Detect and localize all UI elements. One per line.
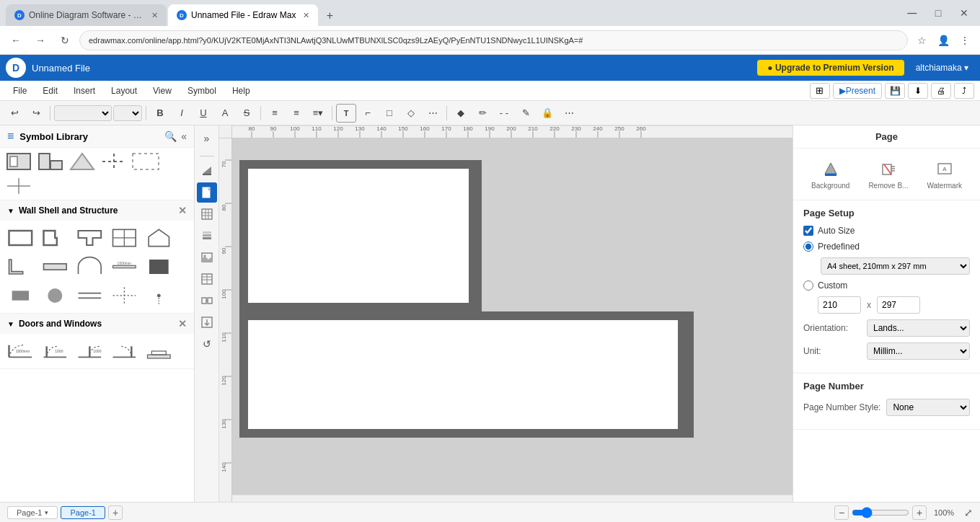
format-icon[interactable]: ⊞ [810,83,830,99]
dash-button[interactable]: - - [494,104,514,123]
align-left-button[interactable]: ≡ [265,104,285,123]
new-tab-button[interactable]: + [319,6,340,26]
zoom-minus-button[interactable]: − [834,505,849,520]
preview-item[interactable] [4,175,33,197]
symbol-door1[interactable]: 1000mm [4,338,36,364]
add-page-button[interactable]: + [108,505,123,520]
forward-button[interactable]: → [30,30,50,50]
panel-remove-bg-btn[interactable]: Remove B... [862,156,914,193]
unit-select[interactable]: Millim... [867,342,970,360]
side-btn-expand[interactable]: » [197,128,217,149]
preview-item[interactable] [68,151,97,172]
side-btn-image[interactable] [197,247,217,267]
fill-button[interactable]: ◆ [451,104,471,123]
side-btn-page[interactable] [197,182,217,203]
shape-tool-2[interactable]: □ [379,104,399,123]
zoom-slider[interactable] [852,507,909,518]
menu-view[interactable]: View [146,83,179,99]
symbol-house[interactable] [143,225,175,251]
side-btn-layers[interactable] [197,226,217,246]
close-button[interactable]: ✕ [954,3,974,23]
horizontal-scrollbar[interactable] [232,495,793,502]
symbol-rect-dark[interactable] [143,254,175,280]
symbol-t-shape[interactable] [74,225,105,251]
menu-file[interactable]: File [6,83,34,99]
tab-close-1[interactable]: ✕ [151,11,158,20]
browser-tab-1[interactable]: D Online Diagram Software - Edra... ✕ [6,4,167,26]
download-icon[interactable]: ⬇ [908,83,928,99]
side-btn-table[interactable] [197,269,217,289]
font-color-button[interactable]: A [215,104,235,123]
browser-menu-icon[interactable]: ⋮ [955,31,974,50]
symbol-grid[interactable] [108,225,140,251]
symbol-rect-med[interactable] [4,283,36,309]
back-button[interactable]: ← [6,30,26,50]
upgrade-button[interactable]: ● Upgrade to Premium Version [757,60,904,76]
present-button[interactable]: ▶Present [833,83,882,99]
browser-tab-2[interactable]: D Unnamed File - Edraw Max ✕ [168,4,318,26]
panel-watermark-btn[interactable]: A Watermark [921,156,968,193]
undo-button[interactable]: ↩ [4,104,25,123]
shape-tool-1[interactable]: ⌐ [358,104,378,123]
profile-icon[interactable]: 👤 [934,31,953,50]
doors-windows-header[interactable]: ▼ Doors and Windows ✕ [0,314,194,334]
line-button[interactable]: ✏ [472,104,493,123]
symbol-arch[interactable] [74,254,105,280]
edit-button[interactable]: ✎ [516,104,536,123]
side-btn-history[interactable]: ↺ [197,334,217,354]
canvas-content[interactable] [232,138,793,502]
symbol-cross[interactable] [108,283,140,309]
section-close-icon[interactable]: ✕ [178,205,187,216]
symbol-door3[interactable]: 1000 [74,338,105,364]
font-family-select[interactable] [54,105,112,121]
symbol-corner-wall[interactable] [4,254,36,280]
save-icon[interactable]: 💾 [885,83,905,99]
symbol-circle[interactable] [39,283,71,309]
more-align-button[interactable]: ≡▾ [308,104,328,123]
auto-size-checkbox[interactable] [803,226,813,236]
print-icon[interactable]: 🖨 [931,83,951,99]
maximize-button[interactable]: □ [928,3,948,23]
lock-button[interactable]: 🔒 [537,104,557,123]
diagram-room-topleft[interactable] [239,160,477,311]
side-btn-grid[interactable] [197,204,217,224]
preview-item[interactable] [4,151,33,172]
symbol-door2[interactable]: 1000 [39,338,71,364]
page-tab-1[interactable]: Page-1 [61,506,105,519]
collapse-icon[interactable]: « [181,130,187,142]
page-number-style-select[interactable]: None [886,399,970,416]
share-icon[interactable]: ⤴ [954,83,974,99]
underline-button[interactable]: U [193,104,213,123]
menu-help[interactable]: Help [225,83,257,99]
width-input[interactable] [818,296,861,314]
symbol-window1[interactable] [143,338,175,364]
height-input[interactable] [877,296,920,314]
bookmark-icon[interactable]: ☆ [912,31,931,50]
font-size-select[interactable] [113,105,142,121]
symbol-door4[interactable] [108,338,140,364]
preview-item[interactable] [131,151,160,172]
bold-button[interactable]: B [150,104,170,123]
more-button[interactable]: ⋯ [559,104,579,123]
strikethrough-button[interactable]: S [237,104,257,123]
symbol-wall-long[interactable]: 1000mm [108,254,140,280]
address-bar[interactable]: edrawmax.com/online/app.html?y0/KUjV2KTE… [79,30,908,50]
symbol-wall-dbl[interactable] [74,283,105,309]
side-btn-export[interactable] [197,312,217,332]
align-center-button[interactable]: ≡ [286,104,306,123]
wall-shell-header[interactable]: ▼ Wall Shell and Structure ✕ [0,200,194,221]
text-box-button[interactable]: T [336,104,356,123]
sheet-select[interactable]: A4 sheet, 210mm x 297 mm [821,257,970,275]
panel-background-btn[interactable]: Background [805,156,855,193]
side-btn-merge[interactable] [197,291,217,311]
orientation-select[interactable]: Lands... [867,319,970,337]
fullscreen-button[interactable]: ⤢ [964,507,973,518]
preview-item[interactable] [100,151,128,172]
symbol-rect[interactable] [4,225,36,251]
custom-radio[interactable] [803,280,813,291]
diagram-room-bottom[interactable] [239,311,687,438]
menu-edit[interactable]: Edit [35,83,65,99]
tab-close-2[interactable]: ✕ [303,11,309,20]
page-tab-current[interactable]: Page-1 ▾ [7,506,58,519]
menu-symbol[interactable]: Symbol [180,83,224,99]
